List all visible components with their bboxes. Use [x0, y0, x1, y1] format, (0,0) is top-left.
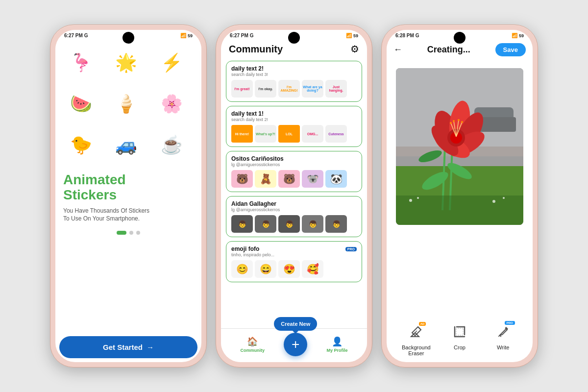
back-button[interactable]: ←	[393, 45, 402, 55]
pack-subtitle-5: tinho, inspirado pelo...	[231, 252, 357, 257]
status-bar-2: 6:27 PM G 📶 59	[221, 30, 367, 39]
sticker-5-1[interactable]: 😊	[231, 260, 253, 278]
sticker-2-5[interactable]: Cuteness	[325, 125, 347, 143]
tool-background-eraser[interactable]: AD Background Eraser	[396, 321, 436, 356]
carrier-2: G	[250, 33, 254, 38]
pack-title-5: emoji fofo	[231, 245, 259, 252]
sticker-4-4[interactable]: 👦	[302, 215, 323, 233]
sticker-4-1[interactable]: 👦	[231, 215, 253, 233]
battery-2: 59	[353, 33, 358, 38]
sticker-4-5[interactable]: 👦	[325, 215, 347, 233]
save-button[interactable]: Save	[495, 43, 526, 56]
fab-button[interactable]: +	[284, 333, 307, 356]
profile-icon: 👤	[332, 336, 343, 347]
get-started-button[interactable]: Get Started →	[59, 336, 197, 358]
svg-point-28	[409, 199, 412, 202]
sticker-2-1[interactable]: Hi there!	[231, 125, 253, 143]
pack-title-2: daily text 1!	[231, 110, 357, 117]
create-new-tooltip: Create New	[274, 317, 317, 331]
crop-icon-wrap	[449, 321, 470, 343]
pack-title-3: Ositos Cariñositos	[231, 155, 357, 162]
sticker-3-3[interactable]: 🐻	[278, 170, 300, 188]
status-right-1: 📶 59	[180, 33, 193, 38]
sticker-1-1[interactable]: I'm great!	[231, 80, 253, 98]
pack-aidan[interactable]: Aidan Gallagher lg @amiguerosstickerros …	[226, 196, 362, 237]
pagination-dots	[61, 231, 196, 235]
pack-stickers-3: 🐻 🧸 🐻 🐨 🐼	[231, 170, 357, 188]
sticker-4-2[interactable]: 👦	[255, 215, 276, 233]
dot-2[interactable]	[129, 231, 133, 235]
write-icon-wrap: PRO	[492, 321, 514, 343]
nav-profile[interactable]: 👤 My Profile	[326, 336, 347, 353]
svg-point-24	[458, 119, 460, 121]
wifi-icon-3: 📶	[512, 33, 517, 38]
phone-1: 6:27 PM G 📶 59 🦩 🌟 ⚡ 🍉 🍦 🌸 🐤	[50, 24, 207, 368]
time-3: 6:28 PM	[395, 33, 414, 38]
sticker-3-4[interactable]: 🐨	[302, 170, 323, 188]
community-title: Community	[229, 44, 283, 55]
sticker-2-4[interactable]: OMG...	[302, 125, 323, 143]
get-started-label: Get Started	[103, 343, 143, 351]
svg-point-23	[453, 120, 455, 122]
crop-label: Crop	[454, 344, 466, 350]
wifi-icon-1: 📶	[180, 33, 186, 38]
sticker-1-3[interactable]: I'm AMAZING!	[278, 80, 300, 98]
sticker-5-3[interactable]: 😍	[278, 260, 300, 278]
sticker-4-3[interactable]: 👦	[278, 215, 300, 233]
battery-1: 59	[188, 33, 193, 38]
phone1-content: 🦩 🌟 ⚡ 🍉 🍦 🌸 🐤 🚙 ☕ Animated Stickers You …	[55, 39, 201, 330]
pack-title-4: Aidan Gallagher	[231, 200, 357, 207]
time-1: 6:27 PM	[64, 33, 83, 38]
dot-3[interactable]	[136, 231, 140, 235]
status-left-3: 6:28 PM G	[395, 33, 419, 38]
svg-point-26	[450, 122, 452, 124]
sticker-1-2[interactable]: I'm okay.	[255, 80, 276, 98]
gear-icon[interactable]: ⚙	[350, 43, 359, 55]
creating-title: Creating...	[427, 45, 470, 55]
pack-stickers-1: I'm great! I'm okay. I'm AMAZING! What a…	[231, 80, 357, 98]
dot-1[interactable]	[117, 231, 126, 235]
pack-daily-text-2[interactable]: daily text 2! search daily text 3! I'm g…	[226, 61, 362, 102]
write-icon	[494, 323, 512, 341]
sticker-chick: 🐤	[61, 125, 100, 165]
nav-community[interactable]: 🏠 Community	[241, 336, 265, 353]
svg-line-32	[418, 327, 421, 330]
sticker-3-2[interactable]: 🧸	[255, 170, 276, 188]
tools-row: AD Background Eraser	[394, 317, 525, 358]
flower-photo-svg	[396, 68, 523, 225]
home-icon: 🏠	[247, 336, 258, 347]
sticker-1-5[interactable]: Just hanging.	[325, 80, 347, 98]
svg-line-39	[499, 336, 501, 337]
sticker-icecream: 🍦	[107, 84, 146, 123]
pack-ositos[interactable]: Ositos Cariñositos lg @amiguerosstickerr…	[226, 151, 362, 192]
carrier-3: G	[416, 33, 419, 38]
bottom-nav: 🏠 Community Create New + 👤 My Profile	[221, 328, 367, 362]
sticker-star: 🌟	[107, 43, 146, 82]
time-2: 6:27 PM	[230, 33, 248, 38]
sticker-car: 🚙	[107, 125, 146, 165]
crop-icon	[451, 323, 468, 341]
status-left-1: 6:27 PM G	[64, 33, 88, 38]
sticker-pikachu: ⚡	[152, 43, 191, 82]
nav-community-label: Community	[241, 348, 265, 353]
sticker-3-1[interactable]: 🐻	[231, 170, 253, 188]
status-left-2: 6:27 PM G	[230, 33, 254, 38]
camera-notch-2	[288, 32, 300, 44]
tool-crop[interactable]: Crop	[440, 321, 479, 350]
sticker-3-5[interactable]: 🐼	[325, 170, 347, 188]
sticker-2-3[interactable]: LOL	[278, 125, 300, 143]
phone-3: 6:28 PM G 📶 59 ← Creating... Save	[381, 24, 538, 368]
pack-subtitle-2: search daily text 2!	[231, 117, 357, 122]
sticker-2-2[interactable]: What's up?!	[255, 125, 276, 143]
sticker-5-4[interactable]: 🥰	[302, 260, 323, 278]
pro-badge-5: PRO	[345, 247, 357, 251]
pack-subtitle-4: lg @amiguerosstickerros	[231, 207, 357, 212]
status-bar-3: 6:28 PM G 📶 59	[387, 30, 533, 39]
tool-write[interactable]: PRO Write	[484, 321, 523, 350]
pack-emoji-fofo[interactable]: emoji fofo PRO tinho, inspirado pelo... …	[226, 241, 362, 282]
svg-rect-27	[396, 196, 523, 225]
sticker-1-4[interactable]: What are ya doing?	[302, 80, 323, 98]
sticker-5-2[interactable]: 😄	[255, 260, 276, 278]
community-content: daily text 2! search daily text 3! I'm g…	[221, 59, 367, 328]
pack-daily-text-1[interactable]: daily text 1! search daily text 2! Hi th…	[226, 106, 362, 147]
